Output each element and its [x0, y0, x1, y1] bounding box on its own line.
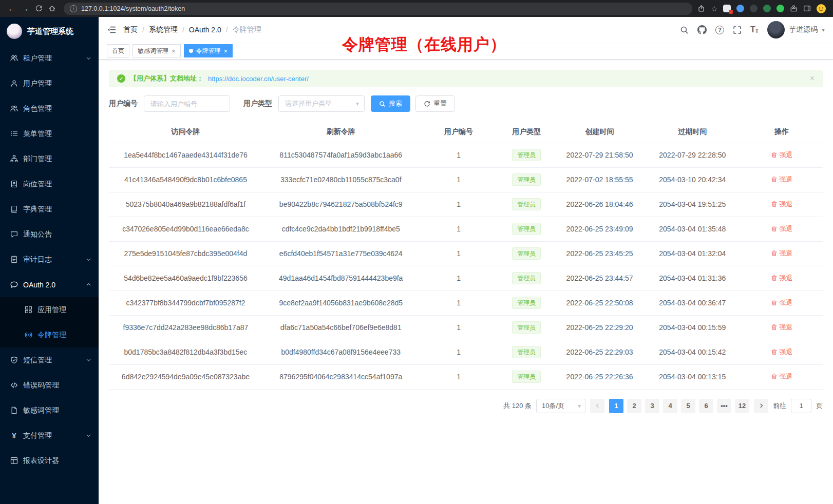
sidebar: 芋道管理系统 租户管理 用户管理 角色管理 菜单管理 部门管理 岗位管理 [0, 17, 99, 504]
delete-icon [771, 201, 778, 207]
breadcrumb-oauth2[interactable]: OAuth 2.0 [189, 26, 221, 34]
force-logout-button[interactable]: 强退 [771, 200, 793, 209]
page-button[interactable]: 4 [663, 399, 677, 413]
tab-close-icon[interactable]: × [172, 48, 176, 54]
side-panel-icon[interactable] [803, 5, 811, 12]
font-size-button[interactable]: TT [750, 26, 759, 34]
force-logout-button[interactable]: 强退 [771, 150, 793, 160]
sidebar-item-sensitive-word[interactable]: 敏感词管理 [0, 398, 99, 423]
github-link-button[interactable] [697, 25, 707, 34]
bookmark-star-icon[interactable]: ☆ [711, 5, 717, 13]
user-type-select[interactable]: 请选择用户类型 ▾ [278, 95, 365, 112]
caret-down-icon: ▾ [356, 100, 359, 107]
page-size-select[interactable]: 10条/页 ▾ [536, 399, 585, 413]
app-frame: 芋道管理系统 租户管理 用户管理 角色管理 菜单管理 部门管理 岗位管理 [0, 17, 833, 504]
next-page-button[interactable] [754, 399, 768, 413]
sidebar-item-report-designer[interactable]: 报表设计器 [0, 448, 99, 473]
alert-close-icon[interactable]: × [810, 74, 815, 83]
page-content: ✓ 【用户体系】文档地址： https://doc.iocoder.cn/use… [99, 60, 833, 504]
sidebar-item-sms[interactable]: 短信管理 [0, 347, 99, 373]
sidebar-item-dept[interactable]: 部门管理 [0, 146, 99, 171]
page-button[interactable]: 2 [627, 399, 641, 413]
chevron-up-icon [86, 282, 91, 287]
page-button[interactable]: ••• [717, 399, 731, 413]
search-button[interactable]: 搜索 [371, 95, 410, 112]
sidebar-item-error-code[interactable]: 错误码管理 [0, 373, 99, 398]
sidebar-item-user[interactable]: 用户管理 [0, 71, 99, 96]
force-logout-button[interactable]: 强退 [771, 323, 793, 332]
force-logout-button[interactable]: 强退 [771, 372, 793, 381]
page-buttons: 123456•••12 [609, 399, 749, 413]
reset-button[interactable]: 重置 [415, 95, 455, 112]
chevron-down-icon [86, 55, 91, 61]
breadcrumb-current: 令牌管理 [233, 25, 261, 34]
sidebar-item-payment[interactable]: ¥ 支付管理 [0, 423, 99, 448]
sidebar-item-oauth2-app[interactable]: 应用管理 [0, 297, 99, 322]
header-actions: ? TT 芋道源码 ▾ [680, 21, 825, 38]
tab-sensitive-word[interactable]: 敏感词管理 × [132, 44, 181, 57]
sidebar-item-audit-log[interactable]: 审计日志 [0, 247, 99, 272]
extension-icon-blue[interactable] [736, 5, 744, 12]
force-logout-button[interactable]: 强退 [771, 175, 793, 184]
address-bar[interactable]: i 127.0.0.1:1024/system/oauth2/token [64, 3, 692, 15]
share-icon[interactable] [697, 5, 705, 12]
browser-back-button[interactable]: ← [5, 2, 18, 15]
prev-page-button[interactable] [590, 399, 604, 413]
sidebar-item-tenant[interactable]: 租户管理 [0, 46, 99, 71]
sidebar-item-dict[interactable]: 字典管理 [0, 197, 99, 222]
tab-home[interactable]: 首页 [107, 44, 129, 57]
force-logout-label: 强退 [780, 347, 793, 357]
force-logout-button[interactable]: 强退 [771, 249, 793, 258]
page-info-icon[interactable]: i [70, 5, 77, 12]
tab-close-icon[interactable]: × [224, 48, 228, 54]
page-button[interactable]: 5 [681, 399, 695, 413]
force-logout-button[interactable]: 强退 [771, 224, 793, 234]
header-search-button[interactable] [680, 26, 689, 34]
expire-time-cell: 2054-03-04 19:51:25 [644, 192, 741, 217]
extension-icon-green-dark[interactable] [763, 5, 771, 12]
tab-token[interactable]: 令牌管理 × [184, 44, 233, 57]
browser-reload-button[interactable] [32, 2, 45, 15]
force-logout-button[interactable]: 强退 [771, 347, 793, 357]
page-button[interactable]: 12 [735, 399, 749, 413]
breadcrumb: 首页 / 系统管理 / OAuth 2.0 / 令牌管理 [123, 25, 261, 34]
sidebar-item-role[interactable]: 角色管理 [0, 96, 99, 121]
fullscreen-button[interactable] [733, 26, 742, 34]
page-button[interactable]: 3 [645, 399, 659, 413]
browser-home-button[interactable] [45, 2, 59, 15]
help-icon[interactable]: ? [715, 26, 724, 34]
page-button[interactable]: 1 [609, 399, 623, 413]
list-icon [10, 130, 18, 138]
force-logout-button[interactable]: 强退 [771, 298, 793, 307]
action-cell: 强退 [741, 340, 823, 364]
app-logo[interactable]: 芋道管理系统 [0, 17, 99, 46]
breadcrumb-system[interactable]: 系统管理 [149, 25, 178, 34]
goto-page-input[interactable] [791, 399, 811, 413]
extension-icon-dark[interactable] [750, 5, 758, 12]
col-access-token: 访问令牌 [109, 121, 262, 143]
font-size-icon-small: T [755, 29, 759, 34]
user-id-input[interactable] [144, 95, 230, 112]
sidebar-item-notice[interactable]: 通知公告 [0, 222, 99, 247]
table-header: 访问令牌 刷新令牌 用户编号 用户类型 创建时间 过期时间 操作 [109, 121, 823, 143]
collapse-sidebar-icon[interactable] [107, 25, 116, 34]
sidebar-item-oauth2-token[interactable]: 令牌管理 [0, 322, 99, 347]
page-button[interactable]: 6 [699, 399, 713, 413]
url-text: 127.0.0.1:1024/system/oauth2/token [81, 5, 185, 12]
extensions-puzzle-icon[interactable] [790, 5, 798, 12]
profile-avatar-icon[interactable] [817, 4, 826, 13]
breadcrumb-home[interactable]: 首页 [123, 25, 138, 34]
extension-icon[interactable] [723, 5, 731, 12]
table-row: 41c41346a548490f9dc8b01c6bfe0865 333ecfc… [109, 167, 823, 192]
sidebar-item-menu[interactable]: 菜单管理 [0, 121, 99, 146]
browser-forward-button[interactable]: → [18, 2, 32, 15]
sidebar-item-post[interactable]: 岗位管理 [0, 171, 99, 197]
sidebar-item-label: 支付管理 [23, 431, 52, 440]
col-expire-time: 过期时间 [644, 121, 741, 143]
doc-link[interactable]: https://doc.iocoder.cn/user-center/ [208, 75, 309, 83]
user-menu[interactable]: 芋道源码 ▾ [767, 21, 825, 38]
sidebar-item-oauth2[interactable]: OAuth 2.0 [0, 272, 99, 297]
created-time-cell: 2022-06-25 23:44:57 [555, 266, 645, 290]
force-logout-button[interactable]: 强退 [771, 274, 793, 283]
extension-icon-green[interactable] [777, 5, 784, 12]
